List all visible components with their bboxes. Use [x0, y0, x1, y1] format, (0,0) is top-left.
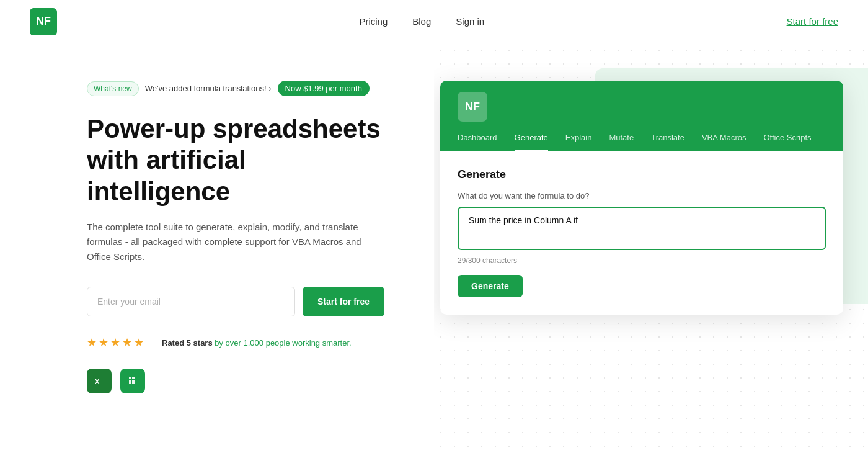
generate-textarea[interactable]: [458, 207, 826, 250]
char-count: 29/300 characters: [458, 256, 826, 265]
excel-icon: X: [87, 369, 112, 393]
generate-label: What do you want the formula to do?: [458, 191, 826, 200]
stars-row: ★ ★ ★ ★ ★ Rated 5 stars by over 1,000 pe…: [87, 334, 384, 351]
generate-title: Generate: [458, 168, 826, 181]
sheets-icon: [120, 369, 145, 393]
price-badge: Now $1.99 per month: [278, 81, 370, 96]
star-2: ★: [99, 336, 108, 349]
nav-links: Pricing Blog Sign in: [359, 16, 484, 27]
app-window: NF Dashboard Generate Explain Mutate Tra…: [440, 81, 843, 315]
star-1: ★: [87, 336, 97, 349]
app-nav-office[interactable]: Office Scripts: [763, 133, 811, 151]
svg-rect-3: [129, 377, 131, 379]
hero-section: What's new We've added formula translati…: [0, 43, 434, 453]
svg-text:X: X: [95, 378, 100, 385]
nav-cta-button[interactable]: Start for free: [787, 16, 838, 27]
divider: [153, 334, 153, 351]
svg-rect-7: [129, 382, 131, 384]
star-3: ★: [110, 336, 120, 349]
nav-blog[interactable]: Blog: [412, 16, 431, 27]
rating-text: Rated 5 stars by over 1,000 people worki…: [162, 338, 352, 348]
generate-button[interactable]: Generate: [458, 275, 523, 297]
svg-rect-5: [129, 380, 131, 382]
star-rating: ★ ★ ★ ★ ★: [87, 336, 144, 349]
hero-headline: Power-up spreadsheets with artificial in…: [87, 114, 384, 207]
formula-badge[interactable]: We've added formula translations! ›: [145, 84, 272, 93]
app-body: Generate What do you want the formula to…: [440, 151, 843, 315]
app-nav-translate[interactable]: Translate: [651, 133, 684, 151]
app-nav-generate[interactable]: Generate: [515, 133, 548, 151]
app-header: NF Dashboard Generate Explain Mutate Tra…: [440, 81, 843, 151]
arrow-icon: ›: [269, 84, 272, 93]
email-cta-group: Start for free: [87, 287, 384, 316]
star-5: ★: [134, 336, 144, 349]
svg-rect-6: [132, 380, 135, 382]
svg-rect-4: [132, 377, 135, 379]
hero-cta-button[interactable]: Start for free: [303, 287, 384, 316]
page-body: What's new We've added formula translati…: [0, 43, 868, 453]
email-input[interactable]: [87, 287, 295, 316]
integrations: X: [87, 369, 384, 393]
whats-new-bar: What's new We've added formula translati…: [87, 81, 384, 96]
nav-pricing[interactable]: Pricing: [359, 16, 388, 27]
app-preview-section: NF Dashboard Generate Explain Mutate Tra…: [434, 43, 868, 453]
star-4: ★: [122, 336, 132, 349]
app-nav-explain[interactable]: Explain: [565, 133, 592, 151]
nav-logo: NF: [30, 8, 57, 35]
whats-new-badge: What's new: [87, 81, 139, 96]
svg-rect-8: [132, 382, 135, 384]
hero-subtext: The complete tool suite to generate, exp…: [87, 220, 372, 264]
app-nav-dashboard[interactable]: Dashboard: [458, 133, 497, 151]
app-nav: Dashboard Generate Explain Mutate Transl…: [458, 133, 826, 151]
app-logo: NF: [458, 92, 487, 122]
app-nav-vba[interactable]: VBA Macros: [702, 133, 746, 151]
navbar: NF Pricing Blog Sign in Start for free: [0, 0, 868, 43]
app-nav-mutate[interactable]: Mutate: [609, 133, 634, 151]
nav-signin[interactable]: Sign in: [456, 16, 484, 27]
